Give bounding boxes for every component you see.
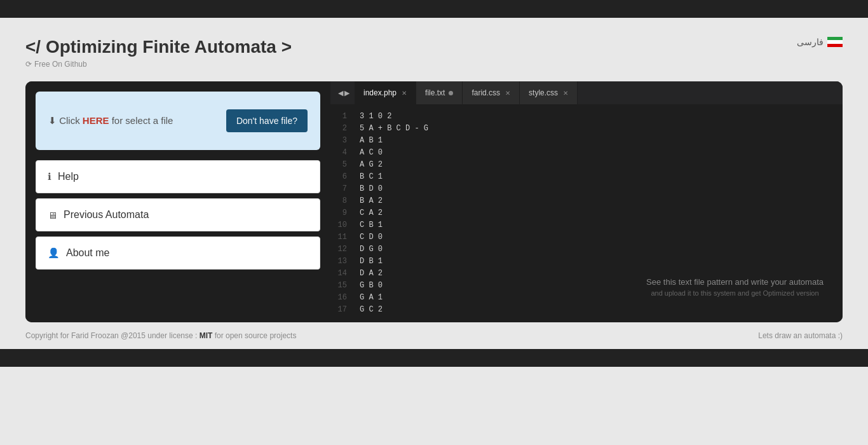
header-left: </ Optimizing Finite Automata > ⟳ Free O… (25, 37, 292, 69)
printer-icon: 🖥 (48, 210, 57, 221)
footer-left-text: Copyright for Farid Froozan @2015 under … (25, 331, 200, 340)
info-icon: ℹ (48, 171, 51, 182)
tab-style-css-label: style.css (529, 88, 558, 97)
code-line: D B 1 (360, 256, 843, 268)
tab-next-icon[interactable]: ▶ (344, 89, 349, 97)
bottom-bar (0, 349, 868, 367)
help-label: Help (58, 171, 79, 182)
line-number: 17 (330, 304, 347, 316)
code-line: D G 0 (360, 243, 843, 256)
tab-farid-css[interactable]: farid.css ✕ (463, 81, 520, 104)
hint-sub-text: and upload it to this system and get Opt… (646, 289, 824, 297)
main-container: ⬇ Click HERE for select a file Don't hav… (25, 81, 843, 322)
upload-here-text: HERE (83, 115, 109, 126)
tab-index-php-label: index.php (363, 88, 397, 97)
code-line: A C 0 (360, 147, 843, 159)
upload-icon: ⬇ (48, 115, 59, 126)
line-number: 16 (330, 292, 347, 304)
farsi-label: فارسی (797, 37, 824, 47)
user-icon: 👤 (48, 247, 60, 259)
footer-left-end: for open source projects (212, 331, 296, 340)
line-number: 4 (330, 147, 347, 159)
hint-main-text: See this text file pattern and write you… (646, 277, 824, 287)
line-number: 1 (330, 111, 347, 123)
line-number: 15 (330, 280, 347, 292)
code-line: A G 2 (360, 159, 843, 171)
header: </ Optimizing Finite Automata > ⟳ Free O… (0, 18, 868, 81)
code-line: C D 0 (360, 231, 843, 243)
file-upload-text: ⬇ Click HERE for select a file (48, 115, 173, 127)
hint-area: See this text file pattern and write you… (646, 277, 824, 297)
footer-left: Copyright for Farid Froozan @2015 under … (25, 331, 296, 340)
tab-file-txt-dot (449, 91, 453, 95)
code-line: 3 1 0 2 (360, 111, 843, 123)
iran-flag-icon (827, 37, 843, 47)
tab-nav-buttons[interactable]: ◀ ▶ (333, 89, 355, 97)
farsi-button[interactable]: فارسی (797, 37, 843, 47)
github-link[interactable]: ⟳ Free On Github (25, 60, 292, 69)
right-panel: ◀ ▶ index.php ✕ file.txt farid.css ✕ sty… (330, 81, 843, 322)
tab-prev-icon[interactable]: ◀ (338, 89, 343, 97)
github-label: Free On Github (34, 60, 87, 69)
code-line: B C 1 (360, 171, 843, 183)
line-number: 9 (330, 207, 347, 219)
line-number: 7 (330, 183, 347, 195)
line-numbers: 1234567891011121314151617 (330, 111, 353, 316)
header-right: فارسی (797, 37, 843, 47)
footer-mit: MIT (200, 331, 213, 340)
footer-right: Lets draw an automata :) (758, 331, 843, 340)
tab-farid-css-label: farid.css (471, 88, 500, 97)
line-number: 10 (330, 219, 347, 231)
tab-index-php-close[interactable]: ✕ (402, 90, 407, 97)
line-number: 2 (330, 123, 347, 135)
left-panel: ⬇ Click HERE for select a file Don't hav… (25, 81, 330, 322)
help-menu-item[interactable]: ℹ Help (36, 160, 320, 193)
previous-automata-menu-item[interactable]: 🖥 Previous Automata (36, 198, 320, 231)
code-line: B D 0 (360, 183, 843, 195)
tab-file-txt-label: file.txt (425, 88, 445, 97)
page-title: </ Optimizing Finite Automata > (25, 37, 292, 57)
tab-style-css[interactable]: style.css ✕ (520, 81, 578, 104)
code-line: B A 2 (360, 195, 843, 207)
about-me-label: About me (66, 247, 109, 259)
code-editor: 1234567891011121314151617 3 1 0 25 A + B… (330, 104, 843, 322)
line-number: 12 (330, 243, 347, 256)
tab-index-php[interactable]: index.php ✕ (355, 81, 416, 104)
top-bar (0, 0, 868, 18)
line-number: 3 (330, 135, 347, 147)
tab-bar: ◀ ▶ index.php ✕ file.txt farid.css ✕ sty… (330, 81, 843, 104)
code-line: C B 1 (360, 219, 843, 231)
footer: Copyright for Farid Froozan @2015 under … (0, 322, 868, 349)
about-me-menu-item[interactable]: 👤 About me (36, 236, 320, 270)
line-number: 8 (330, 195, 347, 207)
tab-file-txt[interactable]: file.txt (416, 81, 463, 104)
previous-automata-label: Previous Automata (64, 209, 149, 221)
code-line: 5 A + B C D - G (360, 123, 843, 135)
line-number: 5 (330, 159, 347, 171)
upload-pre-text: Click (59, 115, 83, 126)
dont-have-file-button[interactable]: Don't have file? (226, 109, 308, 132)
tab-farid-css-close[interactable]: ✕ (505, 90, 510, 97)
upload-post-text: for select a file (109, 115, 173, 126)
github-icon: ⟳ (25, 60, 32, 69)
line-number: 14 (330, 268, 347, 280)
code-line: C A 2 (360, 207, 843, 219)
code-line: G C 2 (360, 304, 843, 316)
file-upload-area: ⬇ Click HERE for select a file Don't hav… (36, 92, 320, 150)
line-number: 11 (330, 231, 347, 243)
tab-style-css-close[interactable]: ✕ (563, 90, 568, 97)
line-number: 6 (330, 171, 347, 183)
code-line: A B 1 (360, 135, 843, 147)
line-number: 13 (330, 256, 347, 268)
